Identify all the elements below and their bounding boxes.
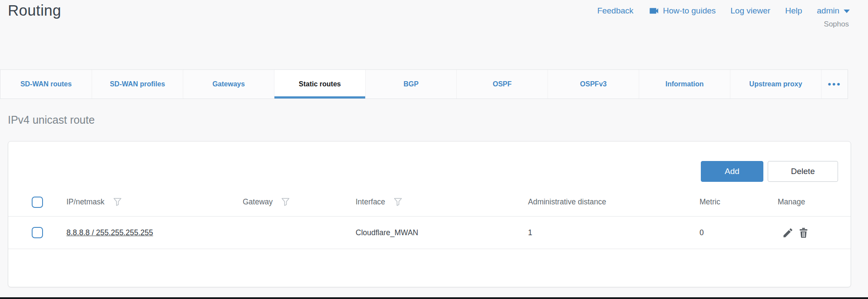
col-admin-distance: Administrative distance	[528, 197, 606, 207]
feedback-link[interactable]: Feedback	[597, 6, 633, 16]
col-manage: Manage	[778, 197, 805, 207]
route-interface-value: Cloudflare_MWAN	[356, 228, 528, 237]
howto-guides-link[interactable]: How-to guides	[648, 5, 716, 16]
col-metric: Metric	[700, 197, 720, 207]
select-all-checkbox[interactable]	[32, 197, 43, 208]
chevron-down-icon	[844, 10, 850, 13]
section-heading: IPv4 unicast route	[8, 114, 95, 126]
static-routes-panel: Add Delete IP/netmask Gateway Interface	[8, 141, 851, 287]
route-admin-distance-value: 1	[528, 228, 700, 237]
table-row: 8.8.8.8 / 255.255.255.255 Cloudflare_MWA…	[8, 216, 851, 249]
help-link[interactable]: Help	[785, 6, 802, 16]
routes-table: IP/netmask Gateway Interface Administrat…	[8, 188, 851, 249]
tab-ospf[interactable]: OSPF	[456, 70, 548, 99]
add-button[interactable]: Add	[701, 161, 763, 182]
tab-ospfv3[interactable]: OSPFv3	[548, 70, 639, 99]
table-header-row: IP/netmask Gateway Interface Administrat…	[8, 188, 851, 216]
row-checkbox[interactable]	[32, 227, 43, 238]
page-title: Routing	[8, 2, 61, 19]
col-ip-netmask: IP/netmask	[66, 197, 105, 207]
filter-icon[interactable]	[393, 197, 403, 207]
route-metric-value: 0	[700, 228, 778, 237]
user-label: admin	[817, 6, 839, 16]
filter-icon[interactable]	[112, 197, 122, 207]
tab-sdwan-profiles[interactable]: SD-WAN profiles	[92, 70, 183, 99]
col-gateway: Gateway	[243, 197, 273, 207]
videocam-icon	[648, 5, 660, 16]
top-nav: Feedback How-to guides Log viewer Help a…	[597, 5, 850, 16]
user-menu[interactable]: admin	[817, 6, 850, 16]
tab-sdwan-routes[interactable]: SD-WAN routes	[0, 70, 92, 99]
tab-bgp[interactable]: BGP	[365, 70, 456, 99]
brand-label: Sophos	[824, 20, 849, 29]
trash-icon[interactable]	[798, 227, 809, 239]
edit-icon[interactable]	[782, 227, 794, 239]
log-viewer-label: Log viewer	[730, 6, 770, 16]
tab-information[interactable]: Information	[639, 70, 730, 99]
tabs-more-button[interactable]: •••	[821, 70, 848, 99]
routing-tabbar: SD-WAN routes SD-WAN profiles Gateways S…	[0, 69, 848, 99]
feedback-label: Feedback	[597, 6, 633, 16]
toolbar: Add Delete	[701, 161, 838, 182]
delete-button[interactable]: Delete	[768, 161, 838, 182]
tab-gateways[interactable]: Gateways	[183, 70, 274, 99]
route-ip-link[interactable]: 8.8.8.8 / 255.255.255.255	[66, 228, 153, 237]
filter-icon[interactable]	[281, 197, 290, 207]
window-bottom-edge	[0, 297, 868, 299]
log-viewer-link[interactable]: Log viewer	[730, 6, 770, 16]
tab-upstream-proxy[interactable]: Upstream proxy	[730, 70, 821, 99]
col-interface: Interface	[356, 197, 385, 207]
howto-guides-label: How-to guides	[663, 6, 716, 16]
help-label: Help	[785, 6, 802, 16]
tab-static-routes[interactable]: Static routes	[274, 70, 365, 99]
